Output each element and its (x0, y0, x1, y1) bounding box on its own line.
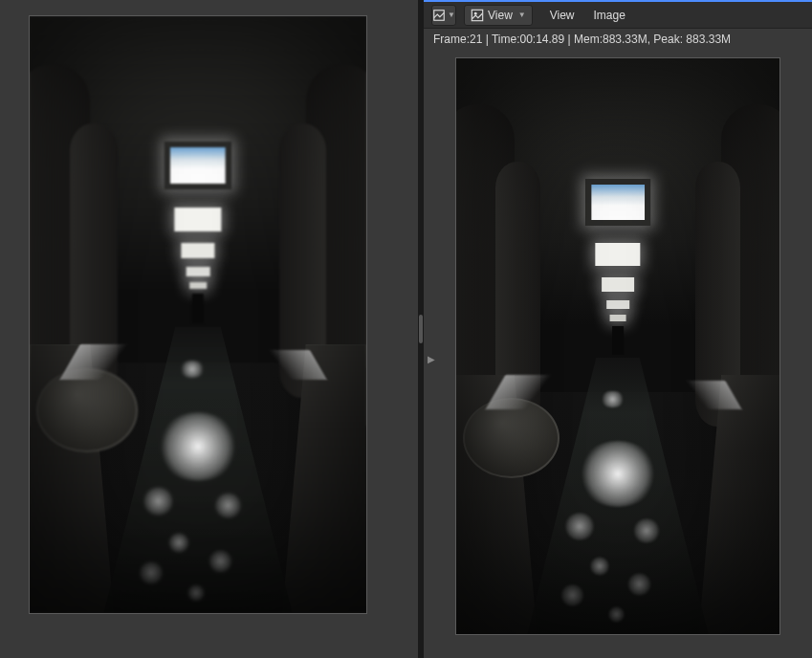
menu-image[interactable]: Image (588, 5, 631, 26)
image-editor-panel: ▼ View ▼ View Image Frame:21 | Time:00:1… (424, 0, 812, 658)
round-basin (463, 398, 560, 478)
image-editor-canvas[interactable]: ▶ (424, 50, 812, 658)
scene-render (456, 58, 779, 634)
image-editor-icon (432, 9, 446, 22)
skylight-1 (585, 179, 650, 225)
skylight-5 (610, 315, 626, 321)
skylight-4 (606, 300, 629, 310)
water-caustic (157, 412, 240, 481)
water-channel (103, 326, 292, 613)
display-mode-dropdown[interactable]: View ▼ (464, 5, 533, 26)
skylight-5 (189, 282, 207, 289)
round-basin (36, 368, 138, 451)
water-caustic (138, 561, 165, 584)
water-caustic (213, 493, 244, 518)
corridor-end-dark (612, 326, 624, 355)
water-caustic (626, 573, 651, 595)
water-caustic (607, 606, 625, 623)
render-status-text: Frame:21 | Time:00:14.89 | Mem:883.33M, … (433, 33, 731, 46)
skylight-3 (181, 243, 214, 258)
water-caustic (589, 557, 611, 576)
svg-rect-0 (434, 10, 445, 20)
water-caustic (600, 391, 625, 407)
display-channels-icon (471, 9, 484, 22)
water-channel (527, 358, 708, 634)
corridor-end-dark (192, 294, 204, 323)
render-status-line: Frame:21 | Time:00:14.89 | Mem:883.33M, … (424, 29, 812, 50)
chevron-down-icon: ▼ (518, 11, 526, 19)
skylight-3 (602, 277, 634, 292)
display-mode-label: View (488, 9, 513, 22)
render-result-frame[interactable] (455, 57, 780, 635)
water-caustic (142, 487, 175, 515)
scene-render (30, 16, 366, 613)
water-caustic (560, 584, 584, 606)
water-caustic (167, 533, 190, 553)
left-render-preview[interactable] (29, 15, 367, 614)
water-caustic (208, 550, 234, 573)
water-caustic (187, 584, 206, 602)
left-viewport-panel (0, 0, 418, 658)
sidebar-expand-chevron-icon[interactable]: ▶ (428, 354, 435, 364)
image-editor-toolbar: ▼ View ▼ View Image (424, 2, 812, 29)
chevron-down-icon: ▼ (448, 11, 455, 19)
skylight-4 (187, 267, 210, 276)
water-caustic (632, 518, 661, 543)
skylight-2 (595, 243, 640, 266)
water-caustic (563, 513, 596, 540)
water-caustic (578, 441, 657, 507)
skylight-1 (165, 142, 231, 189)
menu-view[interactable]: View (544, 5, 581, 26)
water-caustic (179, 361, 206, 378)
editor-type-dropdown[interactable]: ▼ (431, 5, 456, 26)
skylight-2 (174, 208, 221, 231)
